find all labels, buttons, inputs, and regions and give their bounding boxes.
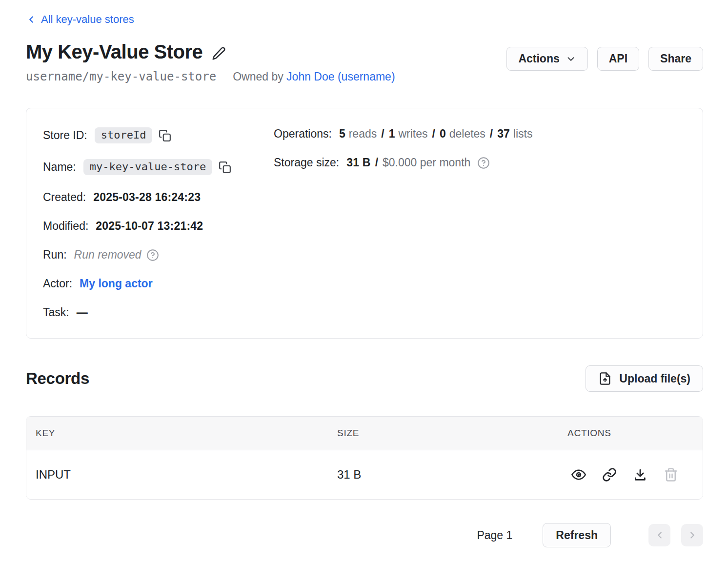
chevron-left-icon [654, 530, 665, 541]
reads-count: 5 [339, 127, 345, 141]
record-key-cell: INPUT [26, 468, 337, 482]
owned-by-prefix: Owned by [233, 70, 283, 83]
actions-dropdown-button[interactable]: Actions [506, 47, 587, 71]
record-size-cell: 31 B [337, 468, 567, 482]
task-row: Task: — [43, 306, 274, 319]
store-info-card: Store ID: storeId Name: my-key-value-sto… [26, 108, 703, 339]
info-card-left-column: Store ID: storeId Name: my-key-value-sto… [43, 127, 274, 335]
modified-label: Modified: [43, 220, 88, 233]
download-record-button[interactable] [633, 467, 647, 482]
header-buttons: Actions API Share [506, 47, 703, 71]
chevron-left-icon [26, 14, 37, 25]
copy-name-button[interactable] [219, 161, 231, 174]
back-to-stores-link[interactable]: All key-value stores [26, 13, 134, 26]
trash-icon [664, 467, 678, 482]
task-value: — [77, 306, 88, 319]
title-block: My Key-Value Store username/my-key-value… [26, 41, 395, 83]
download-icon [633, 467, 647, 482]
reads-unit: reads [349, 127, 377, 141]
run-value: Run removed [74, 248, 142, 261]
refresh-button[interactable]: Refresh [543, 523, 611, 547]
actor-row: Actor: My long actor [43, 277, 274, 290]
table-row[interactable]: INPUT 31 B [26, 450, 703, 499]
kv-store-detail-page: All key-value stores My Key-Value Store … [0, 0, 728, 547]
lists-unit: lists [513, 127, 533, 141]
page-title: My Key-Value Store [26, 41, 202, 63]
store-id-label: Store ID: [43, 129, 87, 142]
records-title: Records [26, 369, 89, 388]
writes-unit: writes [398, 127, 427, 141]
copy-store-id-button[interactable] [159, 129, 171, 142]
page-indicator: Page 1 [477, 529, 512, 542]
record-actions-cell [567, 467, 703, 482]
operations-row: Operations: 5 reads / 1 writes / 0 delet… [274, 127, 686, 141]
modified-row: Modified: 2025-10-07 13:21:42 [43, 220, 274, 233]
actor-link[interactable]: My long actor [80, 277, 153, 290]
ops-separator: / [381, 127, 384, 141]
upload-button-label: Upload file(s) [619, 372, 690, 385]
back-link-label: All key-value stores [41, 13, 134, 26]
previous-page-button[interactable] [648, 524, 670, 546]
store-id-chip: storeId [95, 127, 153, 143]
task-label: Task: [43, 306, 69, 319]
records-header: Records Upload file(s) [26, 365, 703, 392]
chevron-down-icon [566, 54, 576, 64]
records-table: KEY SIZE ACTIONS INPUT 31 B [26, 416, 703, 500]
lists-count: 37 [497, 127, 510, 141]
ops-separator: / [432, 127, 435, 141]
column-header-size: SIZE [337, 428, 567, 439]
help-circle-icon[interactable] [146, 249, 159, 261]
table-header-row: KEY SIZE ACTIONS [26, 417, 703, 450]
share-button[interactable]: Share [648, 47, 703, 71]
info-card-right-column: Operations: 5 reads / 1 writes / 0 delet… [274, 127, 686, 335]
deletes-count: 0 [440, 127, 446, 141]
created-value: 2025-03-28 16:24:23 [93, 191, 201, 204]
owner-link[interactable]: John Doe (username) [286, 70, 395, 83]
file-upload-icon [598, 372, 612, 385]
actions-button-label: Actions [518, 52, 559, 65]
eye-icon [571, 467, 586, 482]
store-path: username/my-key-value-store [26, 70, 216, 83]
created-row: Created: 2025-03-28 16:24:23 [43, 191, 274, 204]
storage-size-label: Storage size: [274, 156, 339, 169]
upload-files-button[interactable]: Upload file(s) [586, 365, 703, 392]
name-label: Name: [43, 161, 76, 174]
copy-icon [219, 161, 231, 174]
storage-separator: / [375, 156, 378, 169]
store-id-row: Store ID: storeId [43, 127, 274, 143]
column-header-actions: ACTIONS [567, 428, 703, 439]
copy-icon [159, 129, 171, 142]
name-row: Name: my-key-value-store [43, 159, 274, 175]
run-label: Run: [43, 248, 67, 261]
pagination-bar: Page 1 Refresh [26, 523, 703, 547]
writes-count: 1 [389, 127, 395, 141]
owned-by-text: Owned by John Doe (username) [233, 70, 395, 83]
actor-label: Actor: [43, 277, 72, 290]
record-link-button[interactable] [602, 467, 617, 482]
page-header: My Key-Value Store username/my-key-value… [26, 41, 703, 83]
help-circle-icon[interactable] [477, 157, 490, 169]
edit-title-icon[interactable] [211, 46, 226, 61]
api-button[interactable]: API [597, 47, 639, 71]
run-row: Run: Run removed [43, 248, 274, 261]
storage-size-value: 31 B [346, 156, 370, 169]
name-chip: my-key-value-store [83, 159, 212, 175]
storage-size-row: Storage size: 31 B / $0.000 per month [274, 156, 686, 169]
delete-record-button[interactable] [664, 467, 678, 482]
link-icon [602, 467, 617, 482]
next-page-button[interactable] [681, 524, 703, 546]
storage-cost: $0.000 per month [383, 156, 470, 169]
preview-record-button[interactable] [571, 467, 586, 482]
column-header-key: KEY [26, 428, 337, 439]
modified-value: 2025-10-07 13:21:42 [96, 220, 203, 233]
deletes-unit: deletes [449, 127, 485, 141]
operations-label: Operations: [274, 127, 332, 141]
pagination-nav [648, 524, 703, 546]
chevron-right-icon [687, 530, 698, 541]
created-label: Created: [43, 191, 86, 204]
ops-separator: / [490, 127, 493, 141]
